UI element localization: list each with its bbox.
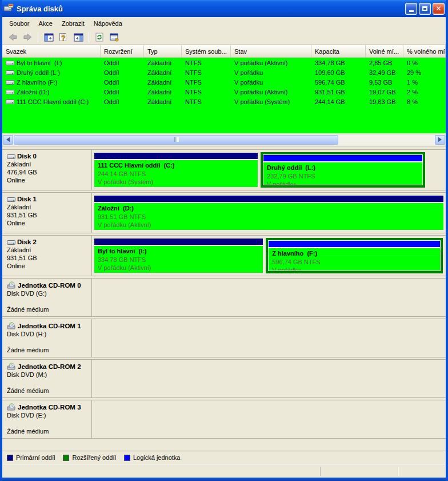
volume-row[interactable]: Byl to hlavní (I:)OddílZákladníNTFSV poř…: [2, 58, 446, 67]
device-name: Jednotka CD-ROM 0: [7, 281, 89, 289]
volume-row[interactable]: Z hlavního (F:)OddílZákladníNTFSV pořádk…: [2, 77, 446, 87]
column-header-7[interactable]: % volného mí: [403, 45, 446, 58]
partition-status: V pořádku: [267, 180, 419, 185]
device-detail: Disk DVD (G:): [7, 289, 89, 297]
cdrom-graph-area: [92, 360, 446, 397]
volume-name-text: Druhý oddíl (L:): [17, 69, 60, 76]
legend-item: Primární oddíl: [7, 454, 55, 461]
horizontal-scrollbar[interactable]: [2, 133, 446, 146]
device-label-panel: Jednotka CD-ROM 3Disk DVD (E:) Žádné méd…: [2, 400, 92, 438]
volume-row[interactable]: Záložní (D:)OddílZákladníNTFSV pořádku (…: [2, 87, 446, 97]
legend-color-swatch: [63, 455, 69, 461]
menu-napoveda[interactable]: Nápověda: [89, 18, 127, 29]
partition-body: Záložní (D:)931,51 GB NTFSV pořádku (Akt…: [94, 203, 443, 230]
partition-title: Záložní (D:): [98, 204, 440, 213]
menu-akce[interactable]: Akce: [34, 18, 57, 29]
device-detail: Online: [7, 262, 89, 270]
volume-cell-type: Základní: [144, 98, 182, 105]
volume-cell-capacity: 931,51 GB: [311, 89, 366, 96]
refresh-icon[interactable]: [93, 31, 106, 43]
volume-cell-type: Základní: [144, 69, 182, 76]
column-header-4[interactable]: Stav: [231, 45, 311, 58]
cdrom-graph-area: [92, 279, 446, 316]
volume-cell-capacity: 244,14 GB: [311, 98, 366, 105]
device-detail: Disk DVD (E:): [7, 411, 89, 419]
disk-drive-icon: [7, 153, 17, 160]
volume-cell-type: Základní: [144, 79, 182, 86]
title-bar: Správa disků ✕: [0, 0, 448, 17]
volume-icon: [6, 89, 14, 95]
volume-cell-layout: Oddíl: [101, 98, 144, 105]
device-name: Jednotka CD-ROM 3: [7, 403, 89, 411]
status-bar: [2, 464, 446, 478]
volume-cell-status: V pořádku (Aktivní): [231, 89, 311, 96]
close-button[interactable]: ✕: [433, 3, 445, 15]
cdrom-row-1: Jednotka CD-ROM 1Disk DVD (H:) Žádné méd…: [2, 319, 446, 357]
column-header-0[interactable]: Svazek: [2, 45, 101, 58]
legend-label: Rozšířený oddíl: [72, 454, 115, 461]
partition-box[interactable]: Záložní (D:)931,51 GB NTFSV pořádku (Akt…: [94, 195, 444, 230]
partition-legend: Primární oddílRozšířený oddílLogická jed…: [2, 451, 446, 464]
toolbar: ?: [2, 30, 446, 45]
device-name: Disk 1: [7, 196, 89, 202]
properties-icon[interactable]: [107, 31, 121, 43]
volume-cell-free: 2,85 GB: [366, 59, 403, 66]
back-icon[interactable]: [6, 31, 19, 43]
column-header-2[interactable]: Typ: [144, 45, 182, 58]
disk-drive-icon: [7, 239, 17, 245]
volume-name-text: 111 CCC Hlavní oddíl (C:): [17, 98, 89, 105]
menu-bar: SouborAkceZobrazitNápověda: [2, 17, 446, 30]
show-action-pane-icon[interactable]: [71, 31, 85, 43]
legend-label: Primární oddíl: [16, 454, 55, 461]
menu-zobrazit[interactable]: Zobrazit: [57, 18, 89, 29]
volume-cell-pct: 8 %: [403, 98, 446, 105]
volume-cell-status: V pořádku (Systém): [231, 98, 311, 105]
help-icon[interactable]: ?: [57, 31, 70, 43]
show-console-tree-icon[interactable]: [42, 31, 55, 43]
legend-color-swatch: [7, 455, 13, 461]
window-bottom-border: [0, 478, 448, 481]
device-detail: Disk DVD (H:): [7, 330, 89, 338]
column-header-6[interactable]: Volné mí...: [366, 45, 403, 58]
maximize-button[interactable]: [419, 3, 431, 15]
partition-box[interactable]: Byl to hlavní (I:)334,78 GB NTFSV pořádk…: [94, 238, 263, 273]
volume-cell-free: 19,07 GB: [366, 89, 403, 96]
volume-cell-name: Druhý oddíl (L:): [2, 69, 101, 76]
menu-soubor[interactable]: Soubor: [5, 18, 34, 29]
volume-cell-layout: Oddíl: [101, 89, 144, 96]
device-name-text: Jednotka CD-ROM 1: [18, 323, 81, 329]
device-name: Jednotka CD-ROM 1: [7, 322, 89, 329]
device-name: Disk 0: [7, 153, 89, 160]
toolbar-separator: [38, 32, 38, 42]
device-detail: Žádné médium: [7, 346, 89, 354]
partition-body: Druhý oddíl (L:)232,79 GB NTFSV pořádku: [263, 162, 422, 185]
cdrom-drive-icon: [7, 403, 18, 411]
volume-cell-pct: 0 %: [403, 59, 446, 66]
partition-box[interactable]: Z hlavního (F:)596,74 GB NTFSV pořádku: [269, 241, 440, 271]
volume-row[interactable]: 111 CCC Hlavní oddíl (C:)OddílZákladníNT…: [2, 97, 446, 106]
column-header-3[interactable]: Systém soub...: [182, 45, 231, 58]
partition-size: 334,78 GB NTFS: [98, 256, 259, 264]
partition-title: Byl to hlavní (I:): [98, 247, 259, 256]
scroll-right-button[interactable]: [435, 135, 445, 145]
column-header-1[interactable]: Rozvržení: [101, 45, 144, 58]
forward-icon[interactable]: [21, 31, 34, 43]
disk-graph-area: Záložní (D:)931,51 GB NTFSV pořádku (Akt…: [92, 193, 446, 233]
volume-row[interactable]: Druhý oddíl (L:)OddílZákladníNTFSV pořád…: [2, 67, 446, 77]
device-detail: Online: [7, 219, 89, 227]
scrollbar-thumb[interactable]: [14, 135, 338, 145]
volume-cell-layout: Oddíl: [101, 79, 144, 86]
device-name-text: Disk 1: [17, 196, 37, 202]
device-detail: Základní: [7, 160, 89, 168]
device-label-panel: Jednotka CD-ROM 0Disk DVD (G:) Žádné méd…: [2, 279, 92, 316]
disk-graph-area: 111 CCC Hlavní oddíl (C:)244,14 GB NTFSV…: [92, 150, 446, 190]
partition-body: Byl to hlavní (I:)334,78 GB NTFSV pořádk…: [94, 246, 263, 273]
scroll-left-button[interactable]: [3, 135, 13, 145]
minimize-button[interactable]: [405, 3, 417, 15]
partition-box[interactable]: 111 CCC Hlavní oddíl (C:)244,14 GB NTFSV…: [94, 152, 258, 188]
column-header-5[interactable]: Kapacita: [311, 45, 366, 58]
device-label-panel: Disk 1Základní931,51 GBOnline: [2, 193, 92, 233]
scrollbar-track[interactable]: [13, 135, 435, 145]
partition-box[interactable]: Druhý oddíl (L:)232,79 GB NTFSV pořádku: [263, 155, 422, 185]
volume-table-header: SvazekRozvrženíTypSystém soub...StavKapa…: [2, 45, 446, 58]
